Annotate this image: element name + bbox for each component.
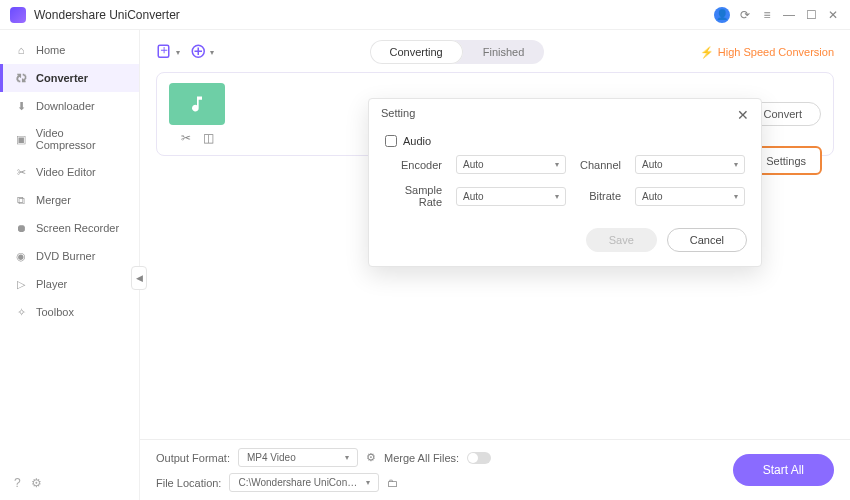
home-icon: ⌂ [14,43,28,57]
settings-icon[interactable]: ⚙ [31,476,42,490]
sidebar-item-toolbox[interactable]: ✧Toolbox [0,298,139,326]
chevron-down-icon: ▾ [734,192,738,201]
settings-label: Settings [766,155,806,167]
audio-checkbox[interactable]: Audio [385,135,745,147]
sidebar-item-label: Merger [36,194,71,206]
sidebar-item-downloader[interactable]: ⬇Downloader [0,92,139,120]
sidebar-item-videoeditor[interactable]: ✂Video Editor [0,158,139,186]
download-icon: ⬇ [14,99,28,113]
sidebar-item-label: Screen Recorder [36,222,119,234]
menu-icon[interactable]: ≡ [760,8,774,22]
trim-icon[interactable]: ✂ [181,131,191,145]
converter-icon: 🗘 [14,71,28,85]
bitrate-select[interactable]: Auto▾ [635,187,745,206]
app-logo [10,7,26,23]
refresh-icon[interactable]: ⟳ [738,8,752,22]
channel-value: Auto [642,159,663,170]
status-tabs: Converting Finished [370,40,545,64]
encoder-value: Auto [463,159,484,170]
output-settings-icon[interactable]: ⚙ [366,451,376,464]
help-icon[interactable]: ? [14,476,21,490]
svg-rect-0 [158,45,169,57]
record-icon: ⏺ [14,221,28,235]
toolbox-icon: ✧ [14,305,28,319]
sidebar-item-label: Player [36,278,67,290]
encoder-select[interactable]: Auto▾ [456,155,566,174]
merge-icon: ⧉ [14,193,28,207]
close-icon[interactable]: ✕ [737,107,749,123]
chevron-down-icon: ▾ [210,48,214,57]
sidebar-item-label: DVD Burner [36,250,95,262]
output-format-value: MP4 Video [247,452,296,463]
tab-finished[interactable]: Finished [463,40,545,64]
sidebar-item-label: Toolbox [36,306,74,318]
footer-bar: Output Format: MP4 Video▾ ⚙ Merge All Fi… [140,439,850,500]
sidebar-item-label: Home [36,44,65,56]
compress-icon: ▣ [14,132,28,146]
add-file-icon [156,43,174,61]
bolt-icon: ⚡ [700,46,714,59]
file-location-value: C:\Wondershare UniConverter [238,477,358,488]
audio-label: Audio [403,135,431,147]
encoder-label: Encoder [385,159,442,171]
bitrate-label: Bitrate [580,190,621,202]
add-url-button[interactable]: ▾ [190,43,214,61]
sidebar-item-label: Video Compressor [36,127,125,151]
file-thumbnail [169,83,225,125]
crop-icon[interactable]: ◫ [203,131,214,145]
bitrate-value: Auto [642,191,663,202]
app-title: Wondershare UniConverter [34,8,714,22]
samplerate-label: Sample Rate [385,184,442,208]
disc-icon: ◉ [14,249,28,263]
output-format-label: Output Format: [156,452,230,464]
account-icon[interactable]: 👤 [714,7,730,23]
file-location-label: File Location: [156,477,221,489]
play-icon: ▷ [14,277,28,291]
close-icon[interactable]: ✕ [826,8,840,22]
sidebar-item-home[interactable]: ⌂Home [0,36,139,64]
chevron-down-icon: ▾ [734,160,738,169]
chevron-down-icon: ▾ [345,453,349,462]
high-speed-label: High Speed Conversion [718,46,834,58]
add-url-icon [190,43,208,61]
samplerate-value: Auto [463,191,484,202]
tab-converting[interactable]: Converting [370,40,463,64]
output-format-select[interactable]: MP4 Video▾ [238,448,358,467]
sidebar-item-player[interactable]: ▷Player [0,270,139,298]
start-all-button[interactable]: Start All [733,454,834,486]
chevron-down-icon: ▾ [176,48,180,57]
sidebar-item-merger[interactable]: ⧉Merger [0,186,139,214]
add-file-button[interactable]: ▾ [156,43,180,61]
sidebar-item-compressor[interactable]: ▣Video Compressor [0,120,139,158]
chevron-down-icon: ▾ [366,478,370,487]
sidebar-item-screenrecorder[interactable]: ⏺Screen Recorder [0,214,139,242]
cancel-button[interactable]: Cancel [667,228,747,252]
scissors-icon: ✂ [14,165,28,179]
sidebar: ⌂Home 🗘Converter ⬇Downloader ▣Video Comp… [0,30,140,500]
setting-dialog: Setting ✕ Audio Encoder Auto▾ Channel Au… [368,98,762,267]
chevron-down-icon: ▾ [555,160,559,169]
sidebar-item-label: Converter [36,72,88,84]
music-note-icon [187,94,207,114]
sidebar-item-converter[interactable]: 🗘Converter [0,64,139,92]
channel-label: Channel [580,159,621,171]
merge-label: Merge All Files: [384,452,459,464]
maximize-icon[interactable]: ☐ [804,8,818,22]
sidebar-item-label: Downloader [36,100,95,112]
channel-select[interactable]: Auto▾ [635,155,745,174]
save-button[interactable]: Save [586,228,657,252]
open-folder-icon[interactable]: 🗀 [387,477,398,489]
sidebar-item-dvdburner[interactable]: ◉DVD Burner [0,242,139,270]
merge-toggle[interactable] [467,452,491,464]
audio-checkbox-input[interactable] [385,135,397,147]
chevron-down-icon: ▾ [555,192,559,201]
dialog-title: Setting [381,107,415,123]
minimize-icon[interactable]: — [782,8,796,22]
sidebar-item-label: Video Editor [36,166,96,178]
high-speed-link[interactable]: ⚡ High Speed Conversion [700,46,834,59]
samplerate-select[interactable]: Auto▾ [456,187,566,206]
file-location-select[interactable]: C:\Wondershare UniConverter▾ [229,473,379,492]
